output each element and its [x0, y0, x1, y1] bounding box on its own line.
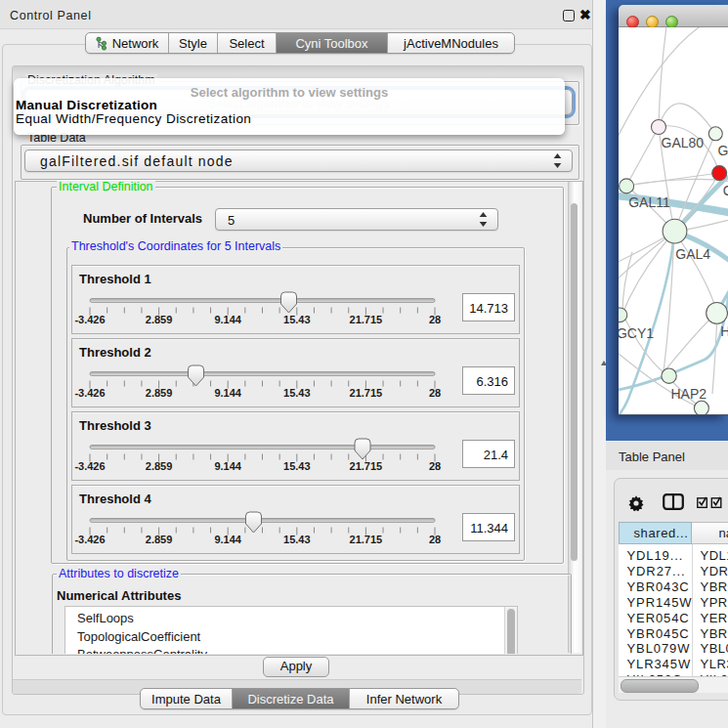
svg-text:28: 28 [429, 460, 441, 472]
svg-text:H: H [720, 323, 728, 339]
svg-text:15.43: 15.43 [283, 387, 311, 399]
svg-text:2.859: 2.859 [146, 314, 173, 325]
svg-text:-3.426: -3.426 [74, 534, 105, 545]
svg-text:C: C [723, 183, 728, 198]
svg-text:GAL11: GAL11 [628, 194, 670, 210]
svg-text:28: 28 [429, 534, 441, 545]
svg-text:9.144: 9.144 [214, 314, 241, 325]
svg-text:2.859: 2.859 [146, 534, 173, 545]
svg-text:GAL80: GAL80 [662, 135, 705, 150]
svg-text:GAL4: GAL4 [675, 246, 710, 262]
svg-text:9.144: 9.144 [214, 460, 241, 472]
svg-text:2.859: 2.859 [146, 387, 173, 399]
svg-text:-3.426: -3.426 [74, 460, 105, 472]
svg-text:GA: GA [718, 143, 728, 158]
svg-text:9.144: 9.144 [214, 387, 241, 399]
svg-text:28: 28 [429, 387, 441, 399]
svg-text:21.715: 21.715 [350, 314, 383, 325]
svg-text:15.43: 15.43 [283, 460, 311, 472]
svg-text:15.43: 15.43 [283, 314, 311, 325]
svg-text:21.715: 21.715 [350, 387, 383, 399]
svg-text:HAP2: HAP2 [671, 386, 707, 402]
svg-text:-3.426: -3.426 [74, 314, 105, 325]
svg-text:9.144: 9.144 [214, 534, 241, 545]
svg-text:21.715: 21.715 [350, 534, 383, 545]
svg-text:21.715: 21.715 [350, 460, 383, 472]
svg-text:28: 28 [429, 314, 441, 325]
svg-text:-3.426: -3.426 [74, 387, 105, 399]
svg-text:15.43: 15.43 [283, 534, 311, 545]
svg-text:GCY1: GCY1 [619, 325, 654, 341]
svg-text:2.859: 2.859 [146, 460, 173, 472]
